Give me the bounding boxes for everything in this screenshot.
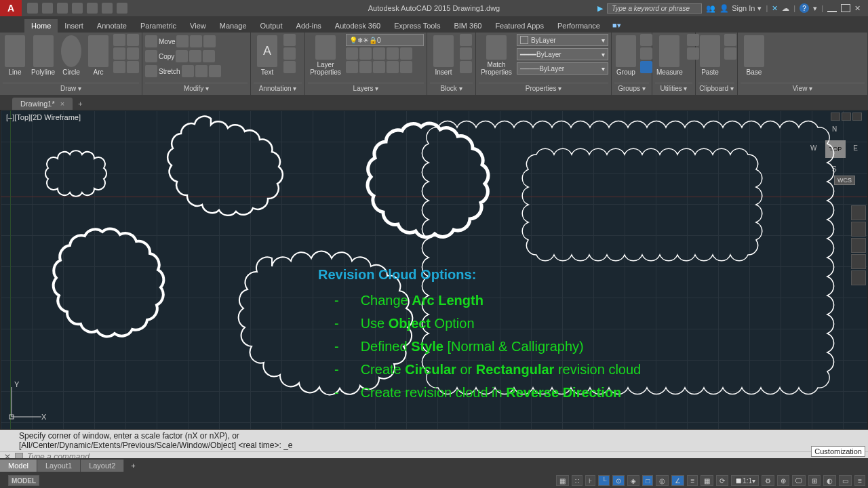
base-button[interactable]: Base	[741, 34, 768, 77]
text-button[interactable]: AText	[254, 34, 281, 77]
group-select-icon[interactable]	[640, 61, 652, 73]
viewcube-w[interactable]: W	[810, 144, 816, 152]
panel-label[interactable]: Groups ▾	[614, 83, 649, 94]
qat-open-icon[interactable]	[42, 3, 53, 14]
status-osnap-icon[interactable]: □	[642, 475, 653, 486]
viewport-controls-label[interactable]: [–][Top][2D Wireframe]	[6, 113, 81, 121]
array-icon[interactable]	[195, 65, 208, 77]
status-customize-icon[interactable]: ≡	[854, 475, 865, 486]
color-dropdown[interactable]: ByLayer▾	[517, 34, 608, 46]
tab-autodesk360[interactable]: Autodesk 360	[328, 19, 387, 33]
qat-saveas-icon[interactable]	[72, 3, 83, 14]
status-gear-icon[interactable]: ⚙	[762, 475, 774, 486]
status-polar-icon[interactable]: ⊙	[612, 475, 625, 486]
layer-tool-icon[interactable]	[359, 47, 372, 60]
modify-small-icon[interactable]	[203, 35, 216, 47]
status-lwt-icon[interactable]: ≡	[687, 475, 698, 486]
qat-new-icon[interactable]	[27, 3, 38, 14]
app-logo[interactable]: A	[0, 0, 22, 16]
leader-icon[interactable]	[283, 47, 296, 60]
qat-undo-icon[interactable]	[102, 3, 113, 14]
arc-button[interactable]: Arc	[86, 34, 111, 77]
status-isolate-icon[interactable]: ◐	[823, 475, 836, 486]
move-icon[interactable]	[145, 35, 157, 47]
tab-view[interactable]: View	[183, 19, 213, 33]
status-iso-icon[interactable]: ◈	[627, 475, 639, 486]
wcs-badge[interactable]: WCS	[834, 176, 855, 185]
panel-label[interactable]: Clipboard ▾	[698, 83, 734, 94]
status-hardware-icon[interactable]: ⊞	[808, 475, 821, 486]
panel-label[interactable]: Block ▾	[430, 83, 473, 94]
qat-plot-icon[interactable]	[87, 3, 98, 14]
ribbon-bullet-icon[interactable]: ■▾	[607, 18, 627, 33]
qat-redo-icon[interactable]	[117, 3, 127, 14]
create-block-icon[interactable]	[460, 34, 472, 46]
edit-block-icon[interactable]	[460, 47, 472, 60]
zoom-extents-icon[interactable]	[851, 238, 866, 253]
panel-label[interactable]: Annotation ▾	[254, 83, 302, 94]
dimension-icon[interactable]	[283, 34, 296, 46]
table-icon[interactable]	[283, 61, 296, 73]
status-grid-icon[interactable]: ▦	[556, 475, 569, 486]
layout-tab-layout2[interactable]: Layout2	[81, 460, 124, 472]
scale-icon[interactable]	[182, 65, 194, 77]
block-attr-icon[interactable]	[460, 61, 472, 73]
layout-tab-model[interactable]: Model	[0, 460, 37, 472]
match-properties-button[interactable]: Match Properties	[479, 34, 514, 77]
viewport-minimize-icon[interactable]	[831, 113, 840, 121]
stretch-icon[interactable]	[145, 65, 157, 77]
layout-tab-layout1[interactable]: Layout1	[37, 460, 81, 472]
viewcube-s[interactable]: S	[832, 165, 837, 173]
search-input[interactable]: Type a keyword or phrase	[607, 3, 702, 14]
document-tab[interactable]: Drawing1*×	[12, 98, 73, 110]
infocenter-icon[interactable]: 👥	[706, 4, 715, 13]
layer-tool-icon[interactable]	[373, 61, 385, 73]
viewport-close-icon[interactable]	[852, 113, 862, 121]
add-tab-button[interactable]: +	[73, 98, 87, 110]
status-transparency-icon[interactable]: ▦	[701, 475, 713, 486]
panel-label[interactable]: Layers ▾	[308, 83, 424, 94]
draw-small-icon[interactable]	[113, 61, 125, 73]
measure-button[interactable]: Measure	[655, 34, 684, 77]
layer-tool-icon[interactable]	[346, 61, 358, 73]
maximize-button[interactable]	[841, 4, 850, 12]
pan-icon[interactable]	[851, 222, 866, 237]
layer-tool-icon[interactable]	[400, 61, 412, 73]
panel-label[interactable]: Modify ▾	[145, 83, 248, 94]
layer-tool-icon[interactable]	[387, 61, 399, 73]
status-monitor-icon[interactable]: 🖵	[792, 475, 806, 486]
status-3dosnap-icon[interactable]: ◎	[656, 475, 669, 486]
tab-annotate[interactable]: Annotate	[90, 19, 134, 33]
drawing-viewport[interactable]: [–][Top][2D Wireframe] N S E W TOP WCS Y…	[0, 110, 868, 430]
tab-parametric[interactable]: Parametric	[134, 19, 183, 33]
ungroup-icon[interactable]	[640, 34, 652, 46]
tab-performance[interactable]: Performance	[551, 19, 607, 33]
trim-icon[interactable]	[190, 35, 202, 47]
rotate-icon[interactable]	[176, 35, 189, 47]
status-workspace-icon[interactable]: ⊕	[777, 475, 789, 486]
draw-small-icon[interactable]	[113, 34, 125, 46]
close-tab-icon[interactable]: ×	[60, 100, 64, 108]
sign-in-button[interactable]: 👤 Sign In ▾	[719, 4, 762, 13]
viewcube-n[interactable]: N	[832, 125, 837, 133]
draw-small-icon[interactable]	[127, 61, 139, 73]
lineweight-dropdown[interactable]: ━━━━ ByLayer▾	[517, 48, 608, 60]
status-model-button[interactable]: MODEL	[8, 475, 39, 486]
layer-dropdown[interactable]: 💡❄☀🔒 0	[346, 34, 424, 46]
layer-tool-icon[interactable]	[359, 61, 372, 73]
close-button[interactable]: ✕	[854, 4, 864, 12]
mirror-icon[interactable]	[176, 50, 188, 62]
modify-small-icon[interactable]	[209, 65, 221, 77]
group-button[interactable]: Group	[614, 34, 637, 77]
layer-tool-icon[interactable]	[387, 47, 399, 60]
minimize-button[interactable]	[827, 4, 837, 12]
layer-tool-icon[interactable]	[400, 47, 412, 60]
search-play-icon[interactable]: ▶	[597, 4, 603, 13]
circle-button[interactable]: Circle	[59, 34, 83, 77]
help-icon[interactable]: ?	[800, 3, 809, 13]
tab-addins[interactable]: Add-ins	[290, 19, 328, 33]
tab-insert[interactable]: Insert	[58, 19, 90, 33]
tab-home[interactable]: Home	[24, 19, 58, 33]
tab-output[interactable]: Output	[254, 19, 290, 33]
status-annoscale-icon[interactable]: 🔲 1:1 ▾	[731, 475, 759, 486]
